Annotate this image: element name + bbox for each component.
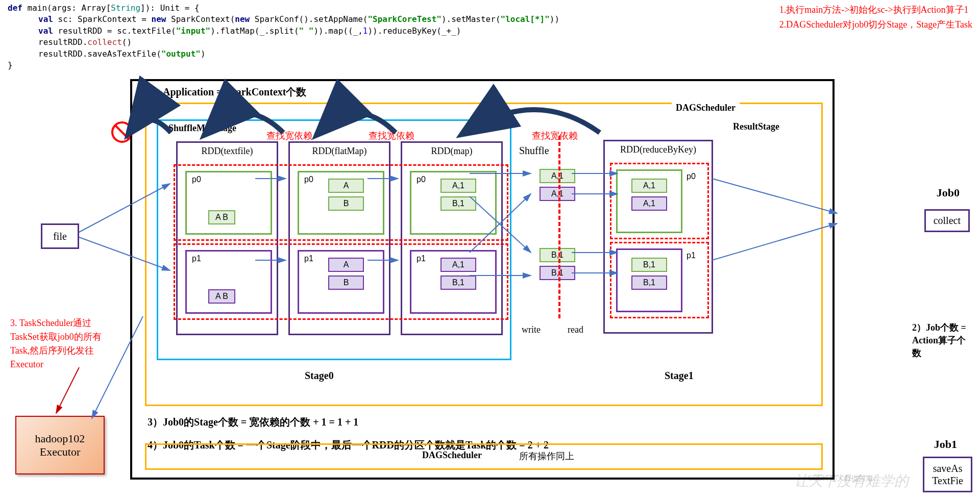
dag-scheduler-box: DAGScheduler 查找宽依赖 查找宽依赖 查找宽依赖 ResultSta…: [145, 103, 823, 406]
all-same-label: 所有操作同上: [519, 450, 574, 462]
task-scheduler-note: 3. TaskScheduler通过TaskSet获取job0的所有Task,然…: [10, 316, 117, 371]
result-stage-title: ResultStage: [733, 121, 779, 132]
shuffle-stage-title: ShuffleMapStage: [168, 123, 236, 134]
shuffle-label: Shuffle: [519, 145, 549, 157]
shuffle-map-stage: ShuffleMapStage RDD(textfile) p0 A B p1 …: [157, 119, 511, 360]
no-entry-icon: [111, 121, 133, 143]
job-count-note: 2）Job个数 = Action算子个数: [912, 321, 971, 360]
job1-title: Job1: [934, 438, 957, 451]
application-container: 1）Application = SparkContext个数 DAGSchedu…: [130, 79, 835, 480]
dag-scheduler-box-2: DAGScheduler 所有操作同上: [145, 443, 823, 470]
collect-box: collect: [924, 209, 970, 232]
stage1-label: Stage1: [665, 370, 694, 382]
dag2-title: DAGScheduler: [422, 450, 482, 461]
executor-box: hadoop102 Executor: [15, 416, 105, 474]
rdd-reduce-title: RDD(reduceByKey): [605, 141, 712, 158]
svg-line-16: [56, 367, 79, 413]
app-title: 1）Application = SparkContext个数: [148, 85, 306, 99]
task-group-p0: [174, 164, 508, 241]
rdd-textfile-title: RDD(textfile): [178, 143, 277, 160]
rdd-flatmap-title: RDD(flatMap): [290, 143, 389, 160]
job0-title: Job0: [937, 186, 960, 199]
write-label: write: [522, 324, 541, 335]
shuffle-write-p1: B,1 B,1: [532, 247, 583, 311]
stage-count-note: 3）Job0的Stage个数 = 宽依赖的个数 + 1 = 1 + 1: [148, 415, 358, 429]
shuffle-write-p0: A,1 A,1: [532, 168, 583, 232]
wide-dep-label-3: 查找宽依赖: [532, 130, 578, 142]
file-box: file: [41, 223, 79, 249]
save-box: saveAs TextFie: [923, 457, 972, 492]
read-label: read: [568, 324, 583, 335]
rdd-reducebykey: RDD(reduceByKey) A,1 A,1 p0 B,1 B,1 p1: [603, 140, 713, 334]
execution-notes: 1.执行main方法->初始化sc->执行到Action算子1 2.DAGSch…: [779, 3, 972, 32]
stage0-label: Stage0: [305, 370, 334, 382]
partition-p0: A,1 A,1: [616, 169, 682, 233]
source-code: def main(args: Array[String]): Unit = { …: [8, 3, 559, 71]
task-group-p1: [174, 243, 508, 320]
dag-title: DAGScheduler: [672, 103, 740, 113]
shuffle-boundary: [558, 136, 560, 318]
partition-p1: B,1 B,1: [616, 248, 682, 312]
rdd-map-title: RDD(map): [402, 143, 501, 160]
watermark-text: 让天下没有难学的: [794, 471, 909, 491]
